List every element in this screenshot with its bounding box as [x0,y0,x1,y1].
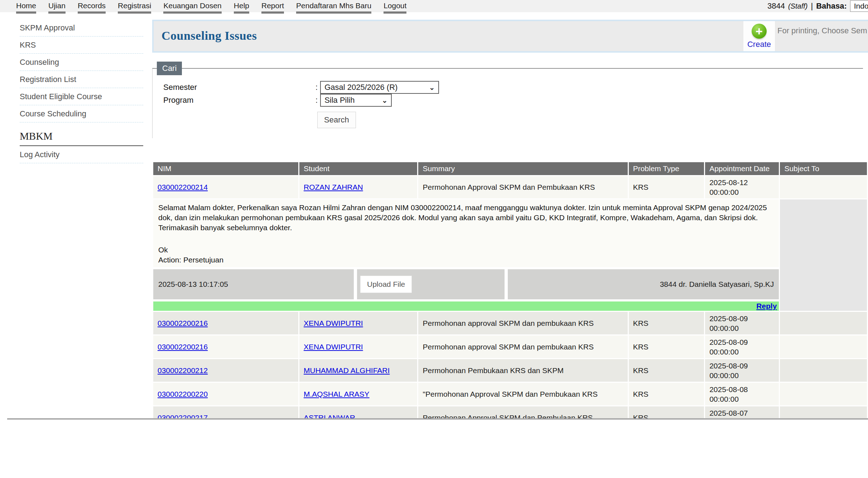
nav-underline [78,11,106,14]
chevron-down-icon: ⌄ [429,83,435,92]
appointment-date-cell: 2025-08-12 00:00:00 [705,176,779,198]
upload-file-button[interactable]: Upload File [360,276,412,293]
reply-bar: Reply [153,301,779,311]
summary-cell: Permohonan Pembukaan KRS dan SKPM [418,359,627,382]
semester-select[interactable]: Gasal 2025/2026 (R) ⌄ [320,81,439,94]
nav-underline [234,11,249,14]
table-row: 030002200214 ROZAN ZAHRAN Permohonan App… [153,176,867,198]
problem-type-cell: KRS [629,383,704,405]
subject-to-cell [780,406,867,418]
issues-table: NIM Student Summary Problem Type Appoint… [152,161,868,418]
nim-link[interactable]: 030002200220 [158,390,208,398]
column-header-problem-type: Problem Type [629,162,704,175]
user-id: 3844 [767,1,785,11]
reply-timestamp: 2025-08-13 10:17:05 [153,269,354,299]
search-legend: Cari [157,62,182,75]
nav-item-help[interactable]: Help [234,1,249,14]
sidebar-item-counseling[interactable]: Counseling [20,54,143,71]
program-select-value: Sila Pilih [324,96,355,105]
column-header-nim: NIM [153,162,298,175]
issues-table-wrap: NIM Student Summary Problem Type Appoint… [152,161,868,418]
create-button[interactable]: + Create [743,21,775,51]
page-header-banner: Counseling Issues + Create For printing,… [152,20,868,53]
nav-underline [48,11,66,14]
sidebar-item-skpm-approval[interactable]: SKPM Approval [20,19,143,37]
sidebar-item-log-activity[interactable]: Log Activity [20,146,143,163]
chevron-down-icon: ⌄ [382,96,387,105]
subject-to-cell [780,199,867,311]
summary-cell: Permohonan Approval SKPM dan Pembulaan K… [418,406,627,418]
top-bar: Home Ujian Records Registrasi Keuangan D… [0,0,868,12]
summary-cell: Permohonan approval SKPM dan pembukaan K… [418,335,627,358]
nav-item-records[interactable]: Records [78,1,106,14]
main-content: Counseling Issues + Create For printing,… [152,20,868,418]
language-label: Bahasa: [816,1,847,11]
sidebar: SKPM Approval KRS Counseling Registratio… [20,19,143,163]
nav-underline [163,11,221,14]
student-link[interactable]: ROZAN ZAHRAN [304,183,363,191]
nav-item-pendaftaran-mhs-baru[interactable]: Pendaftaran Mhs Baru [296,1,371,14]
main-nav: Home Ujian Records Registrasi Keuangan D… [0,0,868,14]
semester-label: Semester [163,83,315,92]
counseling-status-note: Ok [158,245,774,255]
sidebar-section-mbkm: MBKM [20,130,143,146]
nim-link[interactable]: 030002200212 [158,366,208,375]
subject-to-cell [780,312,867,334]
search-button[interactable]: Search [317,112,356,128]
column-header-student: Student [299,162,418,175]
nav-item-keuangan-dosen[interactable]: Keuangan Dosen [163,1,221,14]
subject-to-cell [780,176,867,198]
reply-link[interactable]: Reply [756,302,777,310]
student-link[interactable]: XENA DWIPUTRI [304,319,363,327]
nim-link[interactable]: 030002200214 [158,183,208,191]
sidebar-item-registration-list[interactable]: Registration List [20,71,143,88]
sidebar-item-student-eligible-course[interactable]: Student Eligible Course [20,88,143,105]
summary-cell: Permohonan Approval SKPM dan Pembukaan K… [418,176,627,198]
table-row: 030002200220 M.AQSHAL ARASY "Permohonan … [153,383,867,405]
nav-item-report[interactable]: Report [261,1,284,14]
student-link[interactable]: XENA DWIPUTRI [304,343,363,351]
program-select[interactable]: Sila Pilih ⌄ [320,94,392,107]
nav-item-registrasi[interactable]: Registrasi [118,1,151,14]
user-area: 3844 (Staff) | Bahasa: Indonesia [767,0,868,12]
table-header-row: NIM Student Summary Problem Type Appoint… [153,162,867,175]
upload-cell: Upload File [357,269,505,299]
table-row: 030002200212 MUHAMMAD ALGHIFARI Permohon… [153,359,867,382]
summary-cell: Permohonan approval SKPM dan pembukaan K… [418,312,627,334]
problem-type-cell: KRS [629,335,704,358]
nav-underline [16,11,36,14]
nav-underline [296,11,371,14]
create-label: Create [747,40,771,49]
subject-to-cell [780,359,867,382]
sidebar-item-course-scheduling[interactable]: Course Scheduling [20,105,143,122]
colon: : [315,96,318,105]
counseling-message: Selamat Malam dokter, Perkenalkan saya R… [158,203,774,233]
student-link[interactable]: ASTRI ANWAR [304,414,355,419]
nav-item-logout[interactable]: Logout [384,1,406,14]
semester-row: Semester : Gasal 2025/2026 (R) ⌄ [163,81,863,94]
problem-type-cell: KRS [629,176,704,198]
language-select[interactable]: Indonesia [850,0,868,12]
nav-item-ujian[interactable]: Ujian [48,1,66,14]
nim-link[interactable]: 030002200217 [158,414,208,419]
reply-meta-row: 2025-08-13 10:17:05 Upload File 3844 dr.… [153,269,779,299]
student-link[interactable]: M.AQSHAL ARASY [304,390,370,398]
page-title: Counseling Issues [161,29,257,43]
reply-author: 3844 dr. Daniella Satyasari, Sp.KJ [508,269,779,299]
create-plus-icon: + [752,24,767,39]
nav-underline [261,11,284,14]
semester-select-value: Gasal 2025/2026 (R) [324,83,397,92]
counseling-message-block: Selamat Malam dokter, Perkenalkan saya R… [153,199,779,267]
sidebar-item-krs[interactable]: KRS [20,37,143,54]
problem-type-cell: KRS [629,359,704,382]
column-header-subject-to: Subject To [780,162,867,175]
nim-link[interactable]: 030002200216 [158,319,208,327]
print-hint-text: For printing, Choose Sem [777,26,867,35]
column-header-summary: Summary [418,162,627,175]
appointment-date-cell: 2025-08-07 00:00:00 [705,406,779,418]
table-row: 030002200216 XENA DWIPUTRI Permohonan ap… [153,335,867,358]
nav-item-home[interactable]: Home [16,1,36,14]
table-row: 030002200217 ASTRI ANWAR Permohonan Appr… [153,406,867,418]
student-link[interactable]: MUHAMMAD ALGHIFARI [304,366,390,375]
nim-link[interactable]: 030002200216 [158,343,208,351]
